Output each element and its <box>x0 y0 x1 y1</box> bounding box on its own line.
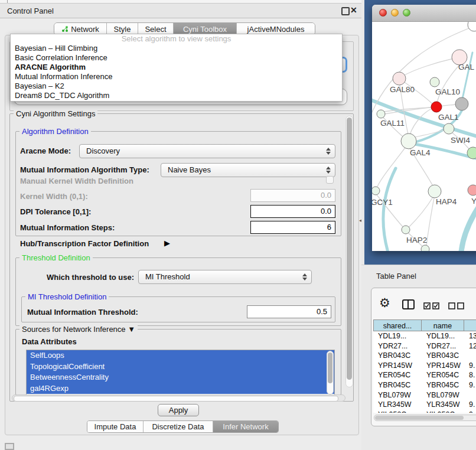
network-node[interactable] <box>421 245 429 251</box>
unchecked-checkboxes-icon[interactable] <box>448 302 465 309</box>
table-row[interactable]: YBR043CYBR043C <box>373 351 476 361</box>
tab-label: Style <box>114 25 131 34</box>
attribute-list-item[interactable]: SelfLoops <box>27 350 334 361</box>
close-icon[interactable]: ✕ <box>350 5 357 15</box>
scrollbar-thumb[interactable] <box>328 353 332 383</box>
attribute-list-scrollbar[interactable] <box>327 351 334 394</box>
network-node[interactable] <box>393 72 406 85</box>
network-view-window: GALGAL80GAL10GAL11GAL1SWI4GAL4GCY1HAP4YH… <box>372 5 476 251</box>
mi-threshold-field[interactable]: 0.5 <box>247 305 331 318</box>
data-attributes-list[interactable]: SelfLoopsTopologicalCoefficientBetweenne… <box>26 350 335 396</box>
kernel-width-field[interactable]: 0.0 <box>250 189 335 202</box>
column-header-clipped[interactable] <box>464 319 476 331</box>
mi-type-value: Naive Bayes <box>168 165 211 174</box>
table-cell: YBL079W <box>422 390 464 400</box>
settings-vertical-scrollbar[interactable] <box>345 116 353 387</box>
table-cell: 8. <box>464 370 476 380</box>
table-row[interactable]: YBL079WYBL079W <box>373 390 476 400</box>
algorithm-option[interactable]: Bayesian – K2 <box>11 81 342 91</box>
node-label: SWI4 <box>451 136 470 145</box>
group-title: Algorithm Definition <box>19 127 91 136</box>
mi-type-label: Mutual Information Algorithm Type: <box>20 165 149 174</box>
network-node[interactable] <box>468 22 476 31</box>
tab-label: Cyni Toolbox <box>183 25 227 34</box>
network-node[interactable] <box>468 185 476 195</box>
tab-label: jActiveMNodules <box>247 25 305 34</box>
collapsed-arrow-icon[interactable]: ▶ <box>164 239 170 247</box>
network-node[interactable] <box>444 123 454 134</box>
zoom-traffic-light-icon[interactable] <box>403 9 410 17</box>
aracne-mode-label: Aracne Mode: <box>20 146 71 155</box>
scrollbar-thumb[interactable] <box>375 416 464 420</box>
attribute-list-item[interactable]: gal4RGexp <box>27 383 334 394</box>
dpi-tolerance-field[interactable]: 0.0 <box>250 205 335 218</box>
table-rows: YDL19...YDL19...13YDR27...YDR27...12YBR0… <box>373 331 476 413</box>
data-attributes-label: Data Attributes <box>22 337 77 346</box>
network-node[interactable] <box>467 147 476 159</box>
table-row[interactable]: YLR345WYLR345W9. <box>373 400 476 410</box>
network-node[interactable] <box>428 185 441 198</box>
apply-button[interactable]: Apply <box>158 404 199 416</box>
attribute-list-item[interactable]: BetweennessCentrality <box>27 372 334 383</box>
table-row[interactable]: YDL19...YDL19...13 <box>373 331 476 341</box>
table-row[interactable]: YBR045CYBR045C9. <box>373 380 476 390</box>
dropdown-items: Bayesian – Hill ClimbingBasic Correlatio… <box>11 44 342 100</box>
which-threshold-label: Which threshold to use: <box>47 273 134 282</box>
network-node[interactable] <box>402 226 410 234</box>
table-row[interactable]: YER054CYER054C8. <box>373 370 476 380</box>
table-cell: 12 <box>464 341 476 351</box>
network-canvas[interactable]: GALGAL80GAL10GAL11GAL1SWI4GAL4GCY1HAP4YH… <box>372 22 476 251</box>
dropdown-placeholder: Select algorithm to view settings <box>11 34 342 44</box>
table-row[interactable]: YDR27...YDR27...12 <box>373 341 476 351</box>
aracne-mode-select[interactable]: Discovery <box>79 144 335 158</box>
gear-icon[interactable]: ⚙ <box>379 296 390 310</box>
hub-expander-label[interactable]: Hub/Transcription Factor Definition <box>20 239 149 248</box>
tab-discretize-data[interactable]: Discretize Data <box>144 421 213 433</box>
network-node[interactable] <box>372 187 380 195</box>
expanded-arrow-icon[interactable]: ▼ <box>128 325 135 334</box>
table-header: shared... name <box>373 319 476 331</box>
manual-kernel-checkbox[interactable] <box>326 176 334 184</box>
network-node[interactable] <box>430 77 439 87</box>
algorithm-option[interactable]: Bayesian – Hill Climbing <box>11 44 342 53</box>
minimize-traffic-light-icon[interactable] <box>391 9 399 17</box>
network-node[interactable] <box>431 102 442 112</box>
network-graph: GALGAL80GAL10GAL11GAL1SWI4GAL4GCY1HAP4YH… <box>372 22 476 251</box>
network-node[interactable] <box>401 133 416 149</box>
right-region: GALGAL80GAL10GAL11GAL1SWI4GAL4GCY1HAP4YH… <box>361 0 476 450</box>
checked-checkboxes-icon[interactable] <box>423 302 440 309</box>
mi-type-select[interactable]: Naive Bayes <box>161 163 335 177</box>
network-node[interactable] <box>377 110 385 118</box>
table-cell: YLR345W <box>373 400 422 410</box>
column-header-shared[interactable]: shared... <box>373 319 422 331</box>
tab-label: Select <box>145 25 166 34</box>
table-row[interactable]: YPR145WYPR145W9. <box>373 361 476 371</box>
settings-horizontal-scrollbar[interactable] <box>12 394 345 402</box>
network-window-titlebar[interactable] <box>372 5 476 22</box>
table-cell: 9 <box>464 410 476 413</box>
table-row[interactable]: YIL052CYIL052C9 <box>373 410 476 413</box>
algorithm-option[interactable]: Basic Correlation Inference <box>11 53 342 63</box>
algorithm-option[interactable]: Mutual Information Inference <box>11 72 342 81</box>
float-window-icon[interactable] <box>341 7 350 15</box>
algorithm-option[interactable]: ARACNE Algorithm <box>11 63 342 72</box>
group-title: Sources for Network Inference ▼ <box>19 325 138 334</box>
collapsed-panel-icon[interactable] <box>5 443 14 450</box>
tab-impute-data[interactable]: Impute Data <box>87 421 144 433</box>
columns-icon[interactable] <box>402 299 415 309</box>
mi-steps-field[interactable]: 6 <box>250 221 335 234</box>
tab-infer-network[interactable]: Infer Network <box>213 421 278 433</box>
table-cell <box>464 351 476 361</box>
table-panel-divider <box>361 265 476 265</box>
column-header-name[interactable]: name <box>422 319 464 331</box>
sources-title: Sources for Network Inference <box>22 325 126 334</box>
which-threshold-select[interactable]: MI Threshold <box>138 270 312 284</box>
algorithm-option[interactable]: Dream8 DC_TDC Algorithm <box>11 91 342 100</box>
close-traffic-light-icon[interactable] <box>379 9 387 17</box>
table-horizontal-scrollbar[interactable] <box>374 415 476 421</box>
attribute-list-item[interactable]: TopologicalCoefficient <box>27 361 334 373</box>
scrollbar-thumb[interactable] <box>14 396 338 402</box>
control-panel-title: Control Panel <box>7 6 54 15</box>
scrollbar-thumb[interactable] <box>347 118 352 380</box>
network-node[interactable] <box>455 97 468 110</box>
